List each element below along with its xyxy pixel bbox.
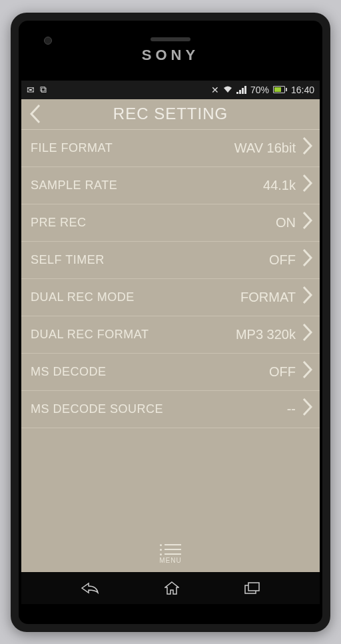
setting-ms-decode-source[interactable]: MS DECODE SOURCE -- <box>21 391 320 428</box>
page-title: REC SETTING <box>21 105 320 123</box>
setting-value: OFF <box>269 364 296 380</box>
setting-label: MS DECODE SOURCE <box>31 402 287 416</box>
earpiece-speaker <box>151 37 190 41</box>
setting-value: FORMAT <box>240 290 296 305</box>
nav-home-button[interactable] <box>165 581 179 595</box>
menu-button[interactable]: MENU <box>159 544 181 564</box>
status-right: ✕ 70% 16:40 <box>211 85 314 95</box>
setting-file-format[interactable]: FILE FORMAT WAV 16bit <box>21 130 320 167</box>
menu-icon <box>160 544 181 555</box>
setting-pre-rec[interactable]: PRE REC ON <box>21 204 320 242</box>
setting-sample-rate[interactable]: SAMPLE RATE 44.1k <box>21 167 320 204</box>
back-button[interactable] <box>21 104 49 124</box>
phone-top-bezel: SONY <box>19 21 322 81</box>
chevron-right-icon <box>302 323 313 346</box>
vibrate-icon: ✕ <box>211 85 219 95</box>
settings-list: FILE FORMAT WAV 16bit SAMPLE RATE 44.1k … <box>21 130 320 539</box>
setting-value: 44.1k <box>263 178 296 193</box>
android-status-bar[interactable]: ✉ ⧉ ✕ 70% 16:40 <box>21 81 320 99</box>
svg-rect-1 <box>248 583 259 591</box>
phone-body: SONY ✉ ⧉ ✕ 70% 16:40 <box>11 13 330 632</box>
battery-icon <box>273 86 287 93</box>
setting-self-timer[interactable]: SELF TIMER OFF <box>21 242 320 279</box>
setting-dual-rec-mode[interactable]: DUAL REC MODE FORMAT <box>21 279 320 316</box>
chevron-right-icon <box>302 211 313 234</box>
chevron-right-icon <box>302 174 313 197</box>
wifi-icon <box>223 85 232 95</box>
setting-label: DUAL REC FORMAT <box>31 328 236 342</box>
chevron-right-icon <box>302 286 313 309</box>
setting-label: SELF TIMER <box>31 253 269 267</box>
setting-label: MS DECODE <box>31 365 269 379</box>
setting-label: SAMPLE RATE <box>31 178 263 192</box>
setting-value: ON <box>276 215 296 230</box>
multi-window-icon: ⧉ <box>40 84 47 95</box>
android-nav-bar <box>21 572 320 604</box>
mail-icon: ✉ <box>27 85 35 95</box>
chevron-right-icon <box>302 137 313 160</box>
nav-back-button[interactable] <box>81 582 99 594</box>
nav-recent-button[interactable] <box>244 582 260 594</box>
clock: 16:40 <box>291 85 314 95</box>
phone-screen: ✉ ⧉ ✕ 70% 16:40 <box>21 81 320 604</box>
setting-value: -- <box>287 402 296 417</box>
app-area: REC SETTING FILE FORMAT WAV 16bit SAMPLE… <box>21 99 320 572</box>
signal-icon <box>236 86 246 94</box>
setting-value: MP3 320k <box>236 327 296 342</box>
setting-value: OFF <box>269 252 296 268</box>
setting-label: DUAL REC MODE <box>31 290 240 304</box>
app-header: REC SETTING <box>21 99 320 130</box>
front-camera <box>44 37 52 45</box>
setting-dual-rec-format[interactable]: DUAL REC FORMAT MP3 320k <box>21 316 320 354</box>
phone-inner: SONY ✉ ⧉ ✕ 70% 16:40 <box>19 21 322 624</box>
setting-label: FILE FORMAT <box>31 141 234 155</box>
phone-brand: SONY <box>142 47 199 64</box>
battery-percent: 70% <box>250 85 269 95</box>
setting-value: WAV 16bit <box>234 141 296 156</box>
menu-label: MENU <box>159 557 181 564</box>
app-footer: MENU <box>21 539 320 572</box>
setting-ms-decode[interactable]: MS DECODE OFF <box>21 354 320 391</box>
setting-label: PRE REC <box>31 216 276 230</box>
phone-bottom-bezel <box>19 604 322 624</box>
status-left: ✉ ⧉ <box>27 84 47 95</box>
chevron-right-icon <box>302 398 313 421</box>
chevron-right-icon <box>302 248 313 272</box>
chevron-right-icon <box>302 360 313 384</box>
